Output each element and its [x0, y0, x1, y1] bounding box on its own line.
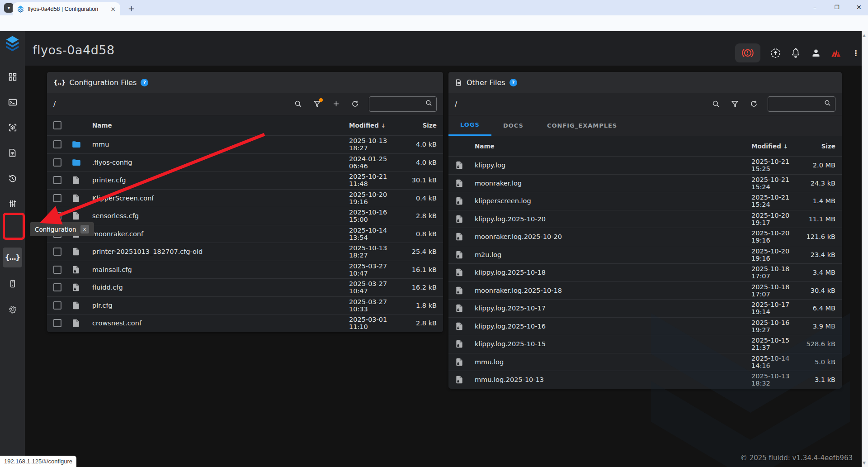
row-checkbox[interactable] — [53, 266, 61, 274]
refresh-icon[interactable] — [350, 100, 360, 108]
filter-active-badge — [319, 98, 323, 102]
row-checkbox[interactable] — [53, 212, 61, 220]
browser-tab[interactable]: flyos-0a4d58 | Configuration × — [13, 2, 120, 15]
sidebar-item-tune[interactable] — [3, 194, 22, 214]
emergency-stop-button[interactable] — [735, 43, 760, 62]
window-close-button[interactable]: ✕ — [856, 4, 862, 11]
update-status-button[interactable] — [769, 46, 782, 60]
brand-button[interactable] — [829, 46, 843, 60]
window-minimize-button[interactable]: – — [813, 4, 816, 11]
table-row[interactable]: klippy.log 2025-10-21 15:25 2.0 MB — [448, 156, 842, 174]
file-search-field[interactable] — [768, 96, 835, 112]
file-search-field[interactable] — [369, 96, 437, 112]
tab-docs[interactable]: DOCS — [491, 115, 535, 136]
modified-cell: 2025-10-20 19:16 — [349, 191, 405, 205]
gear-icon — [8, 304, 18, 314]
table-row[interactable]: printer-20251013_182707.cfg-old 2025-10-… — [47, 243, 443, 261]
notifications-button[interactable] — [789, 46, 802, 60]
tab-close-icon[interactable]: × — [110, 6, 116, 12]
table-row[interactable]: mmu 2025-10-13 18:27 4.0 kB — [47, 135, 443, 153]
help-icon[interactable]: ? — [141, 79, 148, 86]
scroll-up-arrow-icon[interactable]: ▲ — [863, 33, 866, 38]
col-name[interactable]: Name — [92, 122, 349, 129]
row-checkbox[interactable] — [53, 248, 61, 256]
size-cell: 121.6 kB — [801, 233, 835, 240]
fluidd-favicon — [17, 5, 24, 13]
sidebar-item-configuration[interactable]: {…} — [3, 248, 22, 267]
add-file-icon[interactable] — [331, 100, 341, 108]
row-checkbox[interactable] — [53, 194, 61, 202]
table-row[interactable]: fluidd.cfg 2025-03-27 10:47 16.2 kB — [47, 278, 443, 296]
table-row[interactable]: .flyos-config 2024-01-25 06:46 4.0 kB — [47, 153, 443, 172]
size-cell: 30.1 kB — [405, 176, 437, 184]
tab-logs[interactable]: LOGS — [448, 115, 491, 136]
col-modified[interactable]: Modified ↓ — [751, 143, 801, 150]
table-row[interactable]: printer.cfg 2025-10-21 11:48 30.1 kB — [47, 171, 443, 189]
modified-cell: 2025-10-20 19:16 — [751, 229, 801, 244]
sidebar-item-jobs[interactable] — [3, 143, 22, 163]
table-row[interactable]: mainsail.cfg 2025-03-27 10:47 16.1 kB — [47, 261, 443, 279]
page-scrollbar[interactable]: ▲ ▼ — [862, 31, 868, 467]
scroll-down-arrow-icon[interactable]: ▼ — [863, 461, 866, 465]
sidebar-item-history[interactable] — [3, 168, 22, 188]
size-cell: 16.2 kB — [405, 284, 437, 291]
col-size[interactable]: Size — [405, 122, 437, 129]
configuration-braces-icon: {…} — [5, 253, 20, 262]
modified-cell: 2024-01-25 06:46 — [349, 155, 405, 170]
row-checkbox[interactable] — [53, 283, 61, 291]
table-row[interactable]: klippy.log.2025-10-20 2025-10-20 19:17 1… — [448, 210, 842, 228]
search-input[interactable] — [373, 100, 422, 108]
breadcrumb[interactable]: / — [53, 100, 284, 108]
row-checkbox[interactable] — [53, 140, 61, 148]
table-row[interactable]: KlipperScreen.conf 2025-10-20 19:16 0.4 … — [47, 189, 443, 207]
table-row[interactable]: moonraker.conf 2025-10-14 13:54 0.8 kB — [47, 225, 443, 243]
file-name-cell: moonraker.conf — [92, 230, 349, 238]
table-row[interactable]: crowsnest.conf 2025-03-01 11:10 2.8 kB — [47, 314, 443, 332]
search-input[interactable] — [772, 100, 821, 108]
help-icon[interactable]: ? — [509, 79, 517, 86]
col-name[interactable]: Name — [475, 143, 751, 150]
sidebar-item-system[interactable] — [3, 274, 22, 294]
file-name-cell: crowsnest.conf — [92, 319, 349, 327]
row-checkbox[interactable] — [53, 176, 61, 184]
account-button[interactable] — [809, 46, 823, 60]
refresh-icon[interactable] — [749, 100, 759, 108]
search-toggle-icon[interactable] — [711, 100, 721, 108]
file-name-cell: printer-20251013_182707.cfg-old — [92, 248, 349, 255]
row-checkbox[interactable] — [53, 158, 61, 167]
filter-icon[interactable] — [730, 100, 740, 108]
table-row[interactable]: klippy.log.2025-10-18 2025-10-18 17:07 3… — [448, 263, 842, 281]
window-restore-button[interactable]: ❐ — [835, 4, 840, 10]
table-row[interactable]: moonraker.log.2025-10-18 2025-10-18 17:0… — [448, 281, 842, 300]
col-size[interactable]: Size — [801, 143, 835, 150]
sidebar-item-settings[interactable] — [3, 299, 22, 319]
tab-title: flyos-0a4d58 | Configuration — [28, 6, 107, 12]
row-checkbox[interactable] — [53, 319, 61, 327]
file-icon — [71, 193, 80, 203]
table-row[interactable]: m2u.log 2025-10-20 19:16 23.4 kB — [448, 246, 842, 264]
new-tab-button[interactable]: + — [128, 4, 135, 13]
other-files-toolbar: / — [448, 93, 842, 115]
table-row[interactable]: klipperscreen.log 2025-10-21 15:24 1.4 M… — [448, 192, 842, 210]
folder-icon — [71, 157, 81, 167]
app-menu-button[interactable]: ⋮ — [849, 46, 863, 60]
filter-icon[interactable] — [312, 100, 322, 108]
tab-list-chevron-icon[interactable]: ▾ — [4, 3, 14, 13]
nav-rail: {…} — [0, 31, 25, 467]
table-row[interactable]: moonraker.log.2025-10-20 2025-10-20 19:1… — [448, 228, 842, 246]
table-row[interactable]: sensorless.cfg 2025-10-16 15:00 2.8 kB — [47, 207, 443, 225]
search-toggle-icon[interactable] — [293, 100, 303, 108]
col-modified[interactable]: Modified ↓ — [349, 122, 405, 129]
select-all-checkbox[interactable] — [53, 121, 61, 129]
sidebar-item-dashboard[interactable] — [3, 67, 22, 87]
table-row[interactable]: moonraker.log 2025-10-21 15:24 24.3 kB — [448, 174, 842, 192]
file-name-cell: moonraker.log — [475, 180, 751, 187]
breadcrumb[interactable]: / — [455, 100, 702, 108]
table-row[interactable]: plr.cfg 2025-03-27 10:33 1.8 kB — [47, 296, 443, 315]
modified-cell: 2025-10-14 13:54 — [349, 227, 405, 241]
sidebar-item-gcode-preview[interactable] — [3, 118, 22, 138]
sidebar-item-console[interactable] — [3, 92, 22, 112]
row-checkbox[interactable] — [53, 301, 61, 310]
tab-config-examples[interactable]: CONFIG_EXAMPLES — [535, 115, 629, 136]
modified-cell: 2025-10-21 15:24 — [751, 176, 801, 191]
